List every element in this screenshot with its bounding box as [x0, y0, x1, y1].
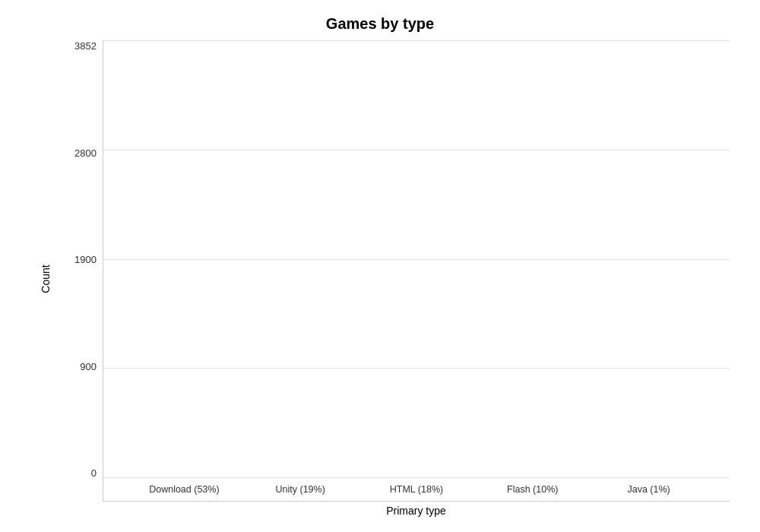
x-label: Flash (10%) — [483, 478, 582, 501]
y-axis: 3852280019009000 — [61, 40, 103, 502]
bars-wrapper — [103, 40, 730, 478]
y-tick: 3852 — [74, 40, 97, 52]
chart-body: Count 3852280019009000 Download (53%)Uni… — [30, 40, 730, 517]
chart-title: Games by type — [326, 15, 434, 33]
plot-area: Download (53%)Unity (19%)HTML (18%)Flash… — [103, 40, 730, 502]
x-label: Java (1%) — [600, 478, 698, 501]
x-labels: Download (53%)Unity (19%)HTML (18%)Flash… — [103, 478, 730, 501]
chart-plot-area: 3852280019009000 Download (53%)Unity (19… — [61, 40, 730, 517]
y-tick: 900 — [80, 361, 97, 372]
y-tick: 0 — [91, 467, 97, 479]
chart-container: Games by type Count 3852280019009000 Dow… — [30, 15, 730, 517]
x-label: HTML (18%) — [367, 478, 466, 501]
y-tick: 2800 — [74, 147, 97, 159]
x-label: Download (53%) — [135, 478, 233, 501]
x-axis-title: Primary type — [103, 505, 730, 517]
x-label: Unity (19%) — [251, 478, 350, 501]
y-axis-label: Count — [40, 264, 52, 293]
y-axis-label-container: Count — [30, 40, 61, 517]
y-tick: 1900 — [74, 254, 97, 265]
plot-with-yaxis: 3852280019009000 Download (53%)Unity (19… — [61, 40, 730, 502]
